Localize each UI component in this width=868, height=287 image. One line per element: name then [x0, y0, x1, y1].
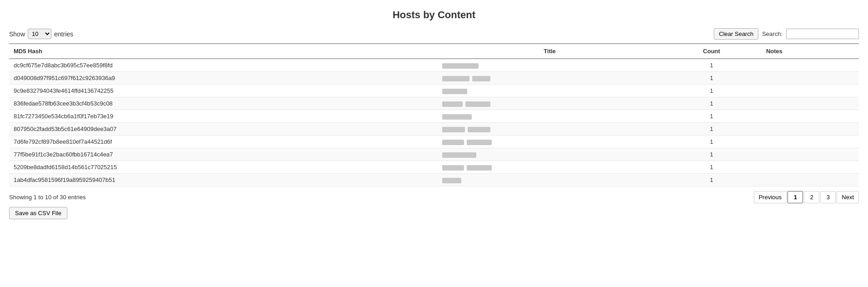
showing-text: Showing 1 to 10 of 30 entries [9, 194, 86, 201]
col-header-count: Count [661, 44, 762, 59]
cell-hash: 81fc7273450e534cb6a1f0f17eb73e19 [9, 110, 438, 123]
cell-notes [762, 85, 859, 97]
clear-search-button[interactable]: Clear Search [714, 28, 758, 40]
pagination-page-2[interactable]: 2 [804, 191, 819, 203]
cell-title [438, 148, 661, 161]
cell-notes [762, 174, 859, 186]
cell-title [438, 72, 661, 85]
cell-hash: dc9cf675e7d8abc3b695c57ee859f8fd [9, 59, 438, 72]
cell-hash: 7d6fe792cf897b8ee810ef7a44521d6f [9, 136, 438, 148]
table-row: 9c9e832794043fe4614ffd41367422551 [9, 85, 859, 97]
pagination-previous[interactable]: Previous [754, 191, 787, 203]
col-header-notes: Notes [762, 44, 859, 59]
cell-title [438, 161, 661, 174]
pagination-next[interactable]: Next [837, 191, 859, 203]
pagination: Previous 1 2 3 Next [754, 191, 859, 203]
cell-title [438, 136, 661, 148]
cell-count: 1 [661, 148, 762, 161]
cell-notes [762, 148, 859, 161]
cell-notes [762, 161, 859, 174]
cell-count: 1 [661, 123, 762, 136]
cell-notes [762, 59, 859, 72]
save-csv-button[interactable]: Save as CSV File [9, 207, 67, 219]
table-row: 77f5be91f1c3e2bac60fbb16714c4ea71 [9, 148, 859, 161]
search-label: Search: [762, 30, 782, 37]
show-label: Show [9, 30, 25, 38]
cell-notes [762, 136, 859, 148]
cell-hash: 807950c2fadd53b5c61e64909dee3a07 [9, 123, 438, 136]
entries-label: entries [54, 30, 73, 38]
cell-count: 1 [661, 174, 762, 186]
table-row: d049008d97f951c697f612c9263936a91 [9, 72, 859, 85]
cell-count: 1 [661, 72, 762, 85]
cell-notes [762, 72, 859, 85]
cell-hash: 5209be8dadfd6158d14b561c77025215 [9, 161, 438, 174]
cell-count: 1 [661, 110, 762, 123]
pagination-page-1[interactable]: 1 [787, 191, 803, 203]
cell-hash: 836fedae578fb63cee3b3cf4b53c9c08 [9, 97, 438, 110]
cell-count: 1 [661, 85, 762, 97]
cell-hash: d049008d97f951c697f612c9263936a9 [9, 72, 438, 85]
cell-count: 1 [661, 59, 762, 72]
cell-notes [762, 110, 859, 123]
cell-title [438, 110, 661, 123]
table-row: 836fedae578fb63cee3b3cf4b53c9c081 [9, 97, 859, 110]
cell-hash: 9c9e832794043fe4614ffd4136742255 [9, 85, 438, 97]
table-row: 1ab4dfac9581596f19a8959259407b511 [9, 174, 859, 186]
cell-count: 1 [661, 161, 762, 174]
cell-title [438, 174, 661, 186]
cell-notes [762, 97, 859, 110]
cell-count: 1 [661, 136, 762, 148]
cell-title [438, 97, 661, 110]
cell-notes [762, 123, 859, 136]
hosts-table: MD5 Hash Title Count Notes dc9cf675e7d8a… [9, 43, 859, 186]
cell-title [438, 123, 661, 136]
table-row: 5209be8dadfd6158d14b561c770252151 [9, 161, 859, 174]
table-row: dc9cf675e7d8abc3b695c57ee859f8fd1 [9, 59, 859, 72]
table-row: 7d6fe792cf897b8ee810ef7a44521d6f1 [9, 136, 859, 148]
search-input[interactable] [786, 29, 859, 39]
entries-select[interactable]: 10 25 50 100 [28, 29, 51, 39]
cell-hash: 1ab4dfac9581596f19a8959259407b51 [9, 174, 438, 186]
cell-hash: 77f5be91f1c3e2bac60fbb16714c4ea7 [9, 148, 438, 161]
table-row: 807950c2fadd53b5c61e64909dee3a071 [9, 123, 859, 136]
cell-count: 1 [661, 97, 762, 110]
cell-title [438, 85, 661, 97]
cell-title [438, 59, 661, 72]
table-row: 81fc7273450e534cb6a1f0f17eb73e191 [9, 110, 859, 123]
col-header-hash: MD5 Hash [9, 44, 438, 59]
col-header-title: Title [438, 44, 661, 59]
pagination-page-3[interactable]: 3 [820, 191, 836, 203]
page-title: Hosts by Content [9, 9, 859, 21]
